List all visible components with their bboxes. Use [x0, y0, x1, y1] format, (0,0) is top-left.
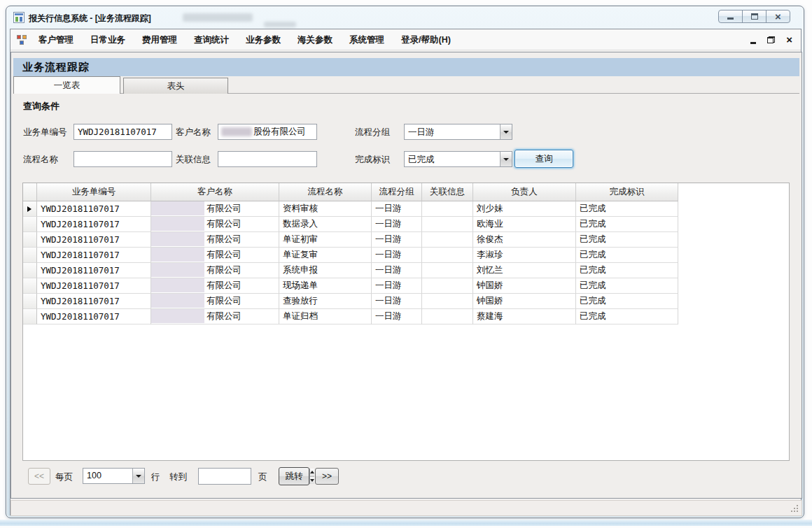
- cell-order_no[interactable]: YWDJ20181107017: [37, 278, 151, 294]
- cell-status[interactable]: 已完成: [576, 248, 678, 263]
- per-page-select[interactable]: 100: [83, 468, 145, 484]
- row-indicator[interactable]: [23, 232, 37, 248]
- title-bar[interactable]: 报关行信息系统 - [业务流程跟踪] ×: [6, 6, 804, 29]
- cell-flow[interactable]: 现场递单: [279, 278, 372, 294]
- cell-owner[interactable]: 徐俊杰: [473, 232, 576, 248]
- tab-header[interactable]: 表头: [123, 78, 228, 94]
- menu-item-4[interactable]: 业务参数: [237, 29, 289, 50]
- table-row[interactable]: YWDJ20181107017有限公司单证复审一日游李淑珍已完成: [23, 248, 789, 263]
- cell-related[interactable]: [422, 263, 473, 278]
- cell-status[interactable]: 已完成: [576, 232, 678, 248]
- search-button[interactable]: 查询: [514, 150, 573, 168]
- window-maximize-button[interactable]: [742, 10, 766, 23]
- mdi-close-icon[interactable]: ×: [786, 35, 792, 45]
- cell-related[interactable]: [422, 248, 473, 263]
- column-header-6[interactable]: 完成标识: [576, 183, 678, 201]
- cell-order_no[interactable]: YWDJ20181107017: [37, 263, 151, 278]
- resize-grip[interactable]: [791, 505, 799, 513]
- mdi-restore-icon[interactable]: [767, 36, 775, 43]
- cell-flow[interactable]: 单证归档: [279, 309, 372, 324]
- menu-item-6[interactable]: 系统管理: [341, 29, 393, 50]
- menu-item-3[interactable]: 查询统计: [186, 29, 237, 50]
- cell-status[interactable]: 已完成: [576, 263, 678, 278]
- cell-group[interactable]: 一日游: [372, 278, 422, 294]
- cell-flow[interactable]: 资料审核: [279, 201, 372, 217]
- table-row[interactable]: YWDJ20181107017有限公司现场递单一日游钟国娇已完成: [23, 278, 789, 294]
- dropdown-button[interactable]: [132, 469, 144, 483]
- cell-customer[interactable]: 有限公司: [151, 217, 279, 232]
- column-header-0[interactable]: 业务单编号: [37, 183, 151, 201]
- menu-item-2[interactable]: 费用管理: [134, 29, 186, 50]
- column-header-5[interactable]: 负责人: [473, 183, 576, 201]
- cell-owner[interactable]: 李淑珍: [473, 248, 576, 263]
- cell-status[interactable]: 已完成: [576, 309, 678, 324]
- column-header-1[interactable]: 客户名称: [151, 183, 279, 201]
- row-indicator[interactable]: [23, 263, 37, 278]
- cell-status[interactable]: 已完成: [576, 217, 678, 232]
- cell-owner[interactable]: 钟国娇: [473, 294, 576, 309]
- cell-customer[interactable]: 有限公司: [151, 263, 279, 278]
- table-row[interactable]: YWDJ20181107017有限公司单证初审一日游徐俊杰已完成: [23, 232, 789, 248]
- menu-item-0[interactable]: 客户管理: [30, 29, 82, 50]
- cell-flow[interactable]: 单证初审: [279, 232, 372, 248]
- window-minimize-button[interactable]: [718, 10, 743, 23]
- menu-item-5[interactable]: 海关参数: [289, 29, 341, 50]
- cell-group[interactable]: 一日游: [372, 294, 422, 309]
- related-info-input[interactable]: [218, 151, 317, 167]
- column-header-2[interactable]: 流程名称: [279, 183, 372, 201]
- cell-group[interactable]: 一日游: [372, 248, 422, 263]
- cell-owner[interactable]: 钟国娇: [473, 278, 576, 294]
- table-row[interactable]: YWDJ20181107017有限公司数据录入一日游欧海业已完成: [23, 217, 789, 232]
- complete-flag-select[interactable]: 已完成: [404, 151, 512, 167]
- window-close-button[interactable]: ×: [766, 10, 790, 23]
- cell-owner[interactable]: 欧海业: [473, 217, 576, 232]
- cell-flow[interactable]: 单证复审: [279, 248, 372, 263]
- cell-related[interactable]: [422, 232, 473, 248]
- table-row[interactable]: YWDJ20181107017有限公司资料审核一日游刘少妹已完成: [23, 201, 789, 217]
- cell-status[interactable]: 已完成: [576, 278, 678, 294]
- table-row[interactable]: YWDJ20181107017有限公司查验放行一日游钟国娇已完成: [23, 294, 789, 309]
- cell-customer[interactable]: 有限公司: [151, 232, 279, 248]
- cell-related[interactable]: [422, 278, 473, 294]
- menu-item-1[interactable]: 日常业务: [82, 29, 134, 50]
- cell-order_no[interactable]: YWDJ20181107017: [37, 248, 151, 263]
- cell-customer[interactable]: 有限公司: [151, 201, 279, 217]
- cell-group[interactable]: 一日游: [372, 201, 422, 217]
- mdi-minimize-icon[interactable]: [750, 42, 756, 44]
- cell-owner[interactable]: 蔡建海: [473, 309, 576, 324]
- column-header-4[interactable]: 关联信息: [422, 183, 473, 201]
- row-indicator[interactable]: [23, 248, 37, 263]
- table-row[interactable]: YWDJ20181107017有限公司单证归档一日游蔡建海已完成: [23, 309, 789, 324]
- flow-name-input[interactable]: [74, 151, 172, 167]
- cell-related[interactable]: [422, 294, 473, 309]
- flow-group-select[interactable]: 一日游: [404, 124, 512, 140]
- last-page-button[interactable]: >>: [315, 468, 339, 485]
- row-indicator[interactable]: [23, 309, 37, 324]
- cell-group[interactable]: 一日游: [372, 217, 422, 232]
- cell-related[interactable]: [422, 201, 473, 217]
- cell-customer[interactable]: 有限公司: [151, 278, 279, 294]
- jump-button[interactable]: 跳转: [279, 467, 309, 485]
- cell-owner[interactable]: 刘忆兰: [473, 263, 576, 278]
- menu-item-7[interactable]: 登录/帮助(H): [393, 29, 459, 50]
- cell-related[interactable]: [422, 217, 473, 232]
- first-page-button[interactable]: <<: [28, 468, 50, 485]
- cell-order_no[interactable]: YWDJ20181107017: [37, 232, 151, 248]
- cell-flow[interactable]: 数据录入: [279, 217, 372, 232]
- cell-customer[interactable]: 有限公司: [151, 248, 279, 263]
- cell-flow[interactable]: 查验放行: [279, 294, 372, 309]
- cell-status[interactable]: 已完成: [576, 294, 678, 309]
- cell-group[interactable]: 一日游: [372, 309, 422, 324]
- cell-group[interactable]: 一日游: [372, 232, 422, 248]
- dropdown-button[interactable]: [500, 124, 512, 139]
- cell-order_no[interactable]: YWDJ20181107017: [37, 217, 151, 232]
- spin-up-button[interactable]: [310, 469, 314, 476]
- cell-order_no[interactable]: YWDJ20181107017: [37, 294, 151, 309]
- order-no-input[interactable]: [74, 124, 172, 140]
- spin-down-button[interactable]: [310, 476, 314, 485]
- column-header-3[interactable]: 流程分组: [372, 183, 422, 201]
- cell-flow[interactable]: 系统申报: [279, 263, 372, 278]
- row-indicator[interactable]: [23, 217, 37, 232]
- tab-overview[interactable]: 一览表: [13, 76, 120, 94]
- cell-owner[interactable]: 刘少妹: [473, 201, 576, 217]
